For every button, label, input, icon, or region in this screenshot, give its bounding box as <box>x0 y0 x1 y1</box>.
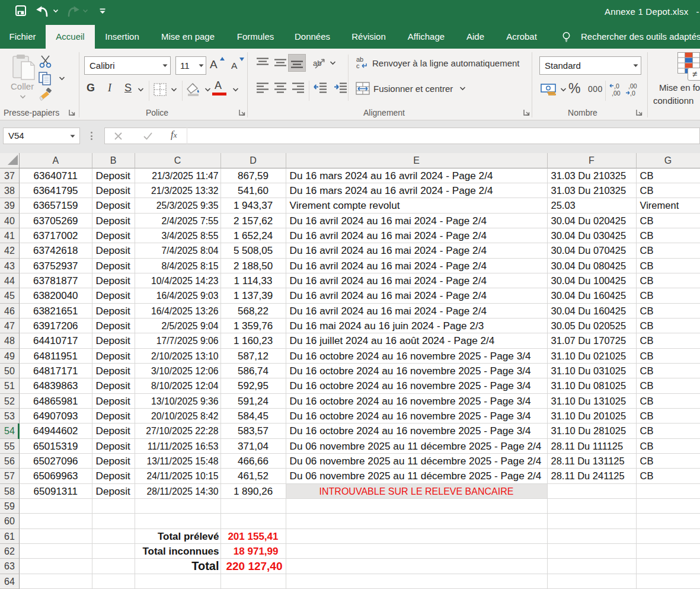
svg-text:,00: ,00 <box>612 90 621 97</box>
svg-text:,0: ,0 <box>614 82 619 90</box>
svg-text:c: c <box>356 62 360 69</box>
svg-text:,00: ,00 <box>628 82 637 90</box>
svg-text:,0: ,0 <box>630 90 635 97</box>
